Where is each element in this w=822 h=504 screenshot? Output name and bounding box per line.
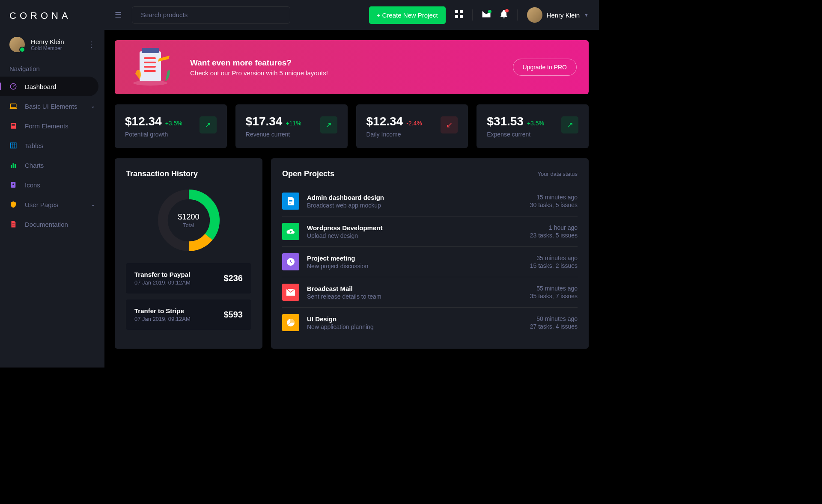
stat-value: $17.34 [246, 115, 283, 128]
svg-rect-12 [12, 225, 15, 225]
svg-rect-7 [13, 163, 14, 168]
menu-toggle-icon[interactable]: ☰ [115, 10, 122, 20]
transactions-card: Transaction History $1200 Total Transfer… [115, 158, 262, 349]
project-time: 55 minutes ago [530, 285, 578, 292]
project-tasks: 35 tasks, 7 issues [530, 293, 578, 299]
project-tasks: 15 tasks, 2 issues [530, 262, 578, 269]
bell-icon[interactable] [500, 10, 508, 21]
svg-rect-8 [15, 164, 16, 168]
project-row[interactable]: Project meetingNew project discussion35 … [282, 247, 578, 277]
create-project-button[interactable]: + Create New Project [369, 6, 446, 24]
security-icon [9, 201, 17, 208]
nav-heading: Navigation [0, 61, 104, 77]
stat-card: $12.34-2.4%Daily Income↙ [356, 104, 468, 148]
sidebar-item-dashboard[interactable]: Dashboard [0, 77, 98, 96]
chevron-down-icon: ⌄ [91, 202, 95, 208]
sidebar-item-basic-ui-elements[interactable]: Basic UI Elements⌄ [0, 96, 104, 116]
stat-label: Daily Income [366, 131, 422, 138]
projects-title: Open Projects [282, 169, 334, 178]
arrow-down-icon: ↙ [441, 116, 458, 133]
stat-change: +3.5% [165, 120, 182, 127]
sidebar-item-form-elements[interactable]: Form Elements [0, 116, 104, 136]
project-title: Wordpress Development [307, 224, 530, 231]
sidebar-item-icons[interactable]: Icons [0, 175, 104, 195]
project-subtitle: Sent release details to team [307, 293, 530, 300]
form-icon [9, 122, 17, 130]
nav-label: Form Elements [25, 122, 68, 130]
project-row[interactable]: UI DesignNew application planning50 minu… [282, 308, 578, 338]
upgrade-button[interactable]: Upgrade to PRO [513, 59, 577, 76]
project-title: Broadcast Mail [307, 285, 530, 292]
project-row[interactable]: Wordpress DevelopmentUpload new design1 … [282, 216, 578, 247]
sidebar-item-charts[interactable]: Charts [0, 155, 104, 175]
chevron-down-icon: ▼ [584, 12, 589, 18]
divider [517, 9, 518, 21]
clock-icon [282, 253, 299, 270]
svg-rect-22 [144, 70, 156, 72]
laptop-icon [9, 102, 17, 110]
sidebar-item-tables[interactable]: Tables [0, 136, 104, 155]
stat-label: Expense current [487, 131, 544, 138]
svg-rect-4 [12, 125, 15, 126]
project-subtitle: New project discussion [307, 263, 530, 270]
promo-illustration [127, 48, 178, 86]
sidebar: CORONA Henry Klein Gold Member ⋮ Navigat… [0, 0, 104, 368]
promo-title: Want even more features? [190, 58, 328, 68]
nav-label: Icons [25, 181, 40, 189]
stat-change: +11% [286, 120, 301, 127]
user-menu-icon[interactable]: ⋮ [87, 40, 95, 49]
project-tasks: 30 tasks, 5 issues [530, 202, 578, 208]
notification-dot [488, 10, 491, 13]
project-tasks: 27 tasks, 4 issues [530, 323, 578, 330]
user-name: Henry Klein [31, 38, 64, 45]
search-input[interactable] [141, 11, 281, 18]
topbar-user-menu[interactable]: Henry Klein ▼ [527, 7, 589, 23]
svg-rect-11 [12, 224, 15, 224]
file-icon [282, 193, 299, 210]
txn-title: Transfer to Paypal [134, 271, 191, 278]
user-role: Gold Member [31, 45, 64, 51]
project-row[interactable]: Admin dashboard designBroadcast web app … [282, 186, 578, 216]
svg-rect-6 [11, 165, 12, 168]
stat-card: $31.53+3.5%Expense current↗ [477, 104, 589, 148]
mail-icon[interactable] [482, 11, 491, 20]
project-row[interactable]: Broadcast MailSent release details to te… [282, 277, 578, 308]
txn-amount: $593 [224, 310, 243, 320]
transaction-row[interactable]: Transfer to Paypal07 Jan 2019, 09:12AM$2… [126, 263, 251, 294]
divider [472, 9, 473, 21]
project-time: 15 minutes ago [530, 194, 578, 201]
project-time: 50 minutes ago [530, 315, 578, 322]
grid-icon[interactable] [455, 10, 463, 20]
nav-label: Dashboard [25, 83, 56, 90]
donut-value: $1200 [178, 213, 199, 222]
notification-dot [505, 9, 509, 12]
donut-label: Total [183, 222, 194, 228]
sidebar-item-documentation[interactable]: Documentation [0, 214, 104, 234]
transactions-title: Transaction History [126, 169, 251, 178]
svg-rect-5 [10, 143, 16, 148]
svg-rect-27 [289, 200, 292, 201]
svg-rect-16 [460, 15, 463, 18]
stat-label: Potential growth [125, 131, 182, 138]
nav-label: Tables [25, 142, 43, 149]
txn-amount: $236 [224, 273, 243, 283]
arrow-up-icon: ↗ [320, 116, 337, 133]
project-subtitle: Upload new design [307, 232, 530, 239]
brand-logo: CORONA [0, 0, 104, 32]
contacts-icon [9, 181, 17, 189]
sidebar-item-user-pages[interactable]: User Pages⌄ [0, 195, 104, 214]
transaction-row[interactable]: Tranfer to Stripe07 Jan 2019, 09:12AM$59… [126, 299, 251, 330]
stat-change: +3.5% [527, 120, 544, 127]
sidebar-user-profile[interactable]: Henry Klein Gold Member ⋮ [0, 32, 104, 61]
stat-value: $12.34 [125, 115, 162, 128]
svg-rect-15 [455, 15, 458, 18]
chevron-down-icon: ⌄ [91, 103, 95, 109]
avatar [527, 7, 542, 23]
project-subtitle: New application planning [307, 323, 530, 330]
svg-rect-21 [144, 66, 156, 68]
svg-rect-18 [142, 48, 159, 53]
stat-value: $12.34 [366, 115, 403, 128]
svg-rect-3 [12, 124, 15, 125]
topbar-username: Henry Klein [547, 12, 580, 19]
svg-rect-1 [10, 104, 16, 108]
